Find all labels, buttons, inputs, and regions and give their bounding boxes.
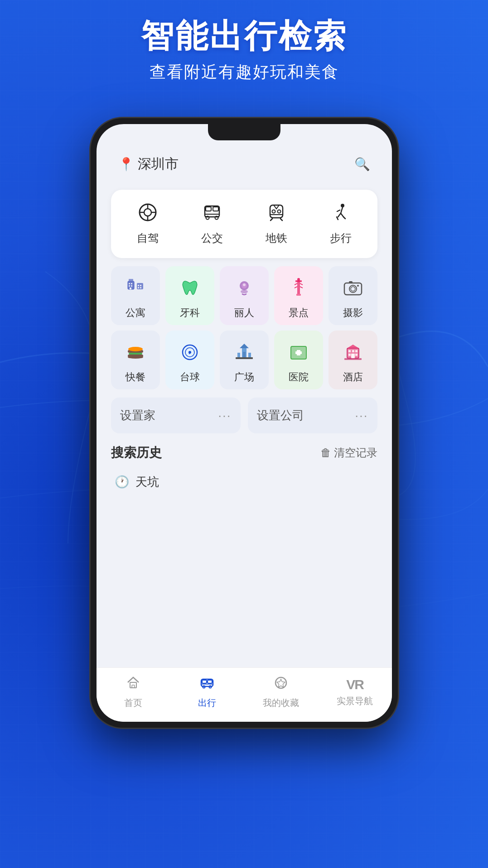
poi-fastfood[interactable]: 快餐 <box>111 331 160 389</box>
svg-rect-85 <box>208 680 212 683</box>
nav-home[interactable]: 首页 <box>97 675 170 709</box>
clear-history-button[interactable]: 🗑 清空记录 <box>320 446 377 460</box>
quick-set-row: 设置家 ··· 设置公司 ··· <box>111 398 377 433</box>
svg-rect-39 <box>297 280 300 294</box>
nav-vr[interactable]: VR 实景导航 <box>318 677 392 707</box>
transport-modes-card: 自驾 <box>111 190 377 258</box>
svg-point-49 <box>351 287 355 291</box>
history-item-text: 天坑 <box>135 474 159 490</box>
apartment-icon <box>122 274 149 302</box>
hero-subtitle: 查看附近有趣好玩和美食 <box>0 61 488 83</box>
location-pin-icon: 📍 <box>118 157 134 172</box>
search-icon-button[interactable]: 🔍 <box>354 157 370 172</box>
svg-marker-63 <box>240 344 249 348</box>
transport-walk[interactable]: 步行 <box>309 202 373 245</box>
set-home-label: 设置家 <box>120 408 155 423</box>
fastfood-icon <box>122 339 149 366</box>
svg-rect-27 <box>131 283 132 284</box>
svg-point-51 <box>357 285 359 287</box>
poi-hospital[interactable]: 医院 <box>274 331 323 389</box>
svg-rect-29 <box>131 285 132 287</box>
nav-favorites[interactable]: 我的收藏 <box>244 675 318 709</box>
location-display[interactable]: 📍 深圳市 <box>118 155 179 173</box>
svg-rect-76 <box>355 350 358 352</box>
phone-screen: 📍 深圳市 🔍 <box>97 124 392 722</box>
poi-plaza[interactable]: 广场 <box>220 331 269 389</box>
svg-rect-50 <box>349 281 353 283</box>
phone-content-area: 📍 深圳市 🔍 <box>97 124 392 722</box>
home-nav-icon <box>126 675 141 694</box>
drive-label: 自驾 <box>137 231 159 245</box>
travel-nav-icon <box>199 675 215 694</box>
history-clock-icon: 🕐 <box>115 475 129 489</box>
beauty-label: 丽人 <box>234 306 254 320</box>
svg-rect-79 <box>351 354 355 358</box>
drive-icon <box>138 202 158 225</box>
phone-notch <box>208 124 280 140</box>
transport-metro[interactable]: 地铁 <box>244 202 309 245</box>
favorites-nav-icon <box>273 675 289 694</box>
favorites-nav-label: 我的收藏 <box>263 697 299 709</box>
svg-point-53 <box>128 347 143 351</box>
travel-nav-label: 出行 <box>198 697 216 709</box>
transport-bus[interactable]: 公交 <box>180 202 244 245</box>
poi-beauty[interactable]: 丽人 <box>220 266 269 325</box>
nav-travel[interactable]: 出行 <box>170 675 244 709</box>
fastfood-label: 快餐 <box>126 370 145 384</box>
set-company-button[interactable]: 设置公司 ··· <box>248 398 377 433</box>
home-options-icon[interactable]: ··· <box>218 408 231 423</box>
svg-line-43 <box>295 283 297 285</box>
bus-label: 公交 <box>201 231 223 245</box>
poi-dental[interactable]: 牙科 <box>165 266 214 325</box>
bottom-nav: 首页 出行 <box>97 667 392 722</box>
svg-rect-32 <box>140 285 141 286</box>
dental-icon <box>176 274 203 302</box>
poi-scenic[interactable]: 景点 <box>274 266 323 325</box>
dental-label: 牙科 <box>180 306 200 320</box>
poi-billiards[interactable]: 9 台球 <box>165 331 214 389</box>
svg-rect-74 <box>348 350 351 352</box>
svg-rect-84 <box>202 680 207 683</box>
svg-rect-66 <box>243 352 246 357</box>
hero-section: 智能出行检索 查看附近有趣好玩和美食 <box>0 18 488 83</box>
billiards-icon: 9 <box>176 339 203 366</box>
svg-rect-47 <box>344 283 362 295</box>
svg-rect-64 <box>237 353 240 357</box>
walk-label: 步行 <box>330 231 352 245</box>
svg-rect-30 <box>130 288 131 289</box>
transport-drive[interactable]: 自驾 <box>116 202 180 245</box>
svg-point-37 <box>241 290 248 293</box>
plaza-label: 广场 <box>234 370 254 384</box>
history-item-tiankeng[interactable]: 🕐 天坑 <box>111 469 377 495</box>
poi-photo[interactable]: 摄影 <box>329 266 377 325</box>
svg-rect-61 <box>236 357 253 359</box>
svg-line-44 <box>300 283 303 285</box>
history-section-header: 搜索历史 🗑 清空记录 <box>111 444 377 461</box>
svg-rect-77 <box>348 354 351 356</box>
svg-text:9: 9 <box>188 351 191 355</box>
svg-point-41 <box>297 278 300 281</box>
photo-label: 摄影 <box>343 306 363 320</box>
scenic-label: 景点 <box>289 306 309 320</box>
hospital-icon <box>285 339 312 366</box>
poi-apartment[interactable]: 公寓 <box>111 266 160 325</box>
clear-label: 清空记录 <box>334 446 377 460</box>
apartment-label: 公寓 <box>126 306 145 320</box>
svg-rect-28 <box>129 285 130 287</box>
set-company-label: 设置公司 <box>257 408 304 423</box>
svg-rect-24 <box>129 279 133 281</box>
set-home-button[interactable]: 设置家 ··· <box>111 398 241 433</box>
hospital-label: 医院 <box>289 370 309 384</box>
home-nav-label: 首页 <box>124 697 142 709</box>
bus-icon <box>202 202 222 225</box>
company-options-icon[interactable]: ··· <box>355 408 368 423</box>
trash-icon: 🗑 <box>320 446 331 459</box>
poi-hotel[interactable]: 酒店 <box>329 331 377 389</box>
hotel-icon <box>339 339 367 366</box>
svg-rect-42 <box>296 294 301 296</box>
svg-rect-31 <box>138 285 139 286</box>
metro-label: 地铁 <box>266 231 287 245</box>
billiards-label: 台球 <box>180 370 200 384</box>
history-title: 搜索历史 <box>111 444 162 461</box>
svg-rect-78 <box>355 354 358 356</box>
